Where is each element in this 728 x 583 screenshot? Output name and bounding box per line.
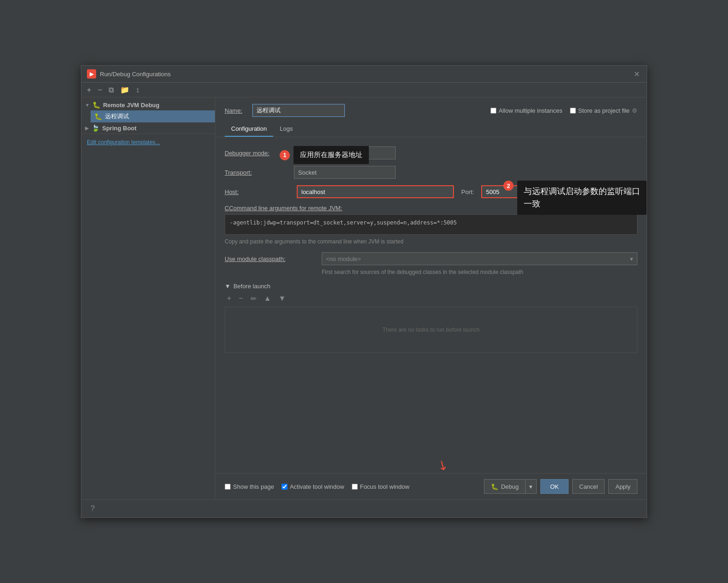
sidebar-item-remote-jvm-debug[interactable]: ▼ 🐛 Remote JVM Debug xyxy=(81,99,215,110)
chevron-down-icon: ▼ xyxy=(85,103,90,108)
transport-dropdown[interactable]: Socket xyxy=(298,169,392,176)
folder-config-button[interactable]: 📁 xyxy=(118,85,131,95)
allow-multiple-checkbox[interactable] xyxy=(490,108,496,114)
bottom-buttons: ↘ 🐛 Debug ▾ OK Cancel Apply xyxy=(480,479,637,494)
allow-multiple-label: Allow multiple instances xyxy=(499,107,563,114)
sidebar-label-spring-boot: Spring Boot xyxy=(102,125,136,132)
sidebar-label-remote-jvm: Remote JVM Debug xyxy=(103,102,159,109)
before-launch-up-btn[interactable]: ▲ xyxy=(262,293,274,304)
debug-button[interactable]: 🐛 Debug xyxy=(484,479,526,494)
app-icon: ▶ xyxy=(87,69,96,79)
add-config-button[interactable]: + xyxy=(85,85,93,95)
edit-templates-link[interactable]: Edit configuration templates... xyxy=(81,134,215,150)
tab-configuration[interactable]: Configuration xyxy=(225,121,273,137)
transport-row: Transport: Socket xyxy=(225,166,637,179)
transport-label: Transport: xyxy=(225,169,289,176)
tab-logs[interactable]: Logs xyxy=(273,121,299,137)
title-bar: ▶ Run/Debug Configurations ✕ xyxy=(81,66,647,83)
copy-hint: Copy and paste the arguments to the comm… xyxy=(225,238,637,245)
before-launch-tools: + − ✏ ▲ ▼ xyxy=(225,293,637,304)
sidebar-sub-remote: 🐛 远程调试 xyxy=(81,110,215,122)
cmd-label: CCommand line arguments for remote JVM: xyxy=(225,205,342,212)
module-value: <no module> xyxy=(326,255,361,262)
sidebar-item-spring-boot[interactable]: ▶ 🍃 Spring Boot xyxy=(81,122,215,134)
debugger-mode-row: Debugger mode: Attach to remote JVM 1 应用… xyxy=(225,146,637,159)
debugger-mode-label: Debugger mode: xyxy=(225,150,289,157)
ok-button[interactable]: OK xyxy=(540,479,569,494)
debug-icon: 🐛 xyxy=(491,483,498,490)
before-launch-remove-btn[interactable]: − xyxy=(236,293,245,304)
host-input[interactable] xyxy=(297,185,454,198)
debug-dropdown-button[interactable]: ▾ xyxy=(526,479,537,494)
store-project-group: Store as project file ⚙ xyxy=(570,107,637,114)
debug-button-group: 🐛 Debug ▾ xyxy=(484,479,537,494)
tasks-area: There are no tasks to run before launch xyxy=(225,307,637,353)
show-page-checkbox[interactable] xyxy=(225,484,231,490)
sidebar-label-remote-debug: 远程调试 xyxy=(105,112,129,121)
tabs: Configuration Logs xyxy=(215,121,647,137)
before-launch-label: Before launch xyxy=(233,283,270,290)
debugger-mode-dropdown[interactable]: Attach to remote JVM xyxy=(298,150,392,157)
cmd-args-box: -agentlib:jdwp=transport=dt_socket,serve… xyxy=(225,214,637,235)
allow-multiple-group: Allow multiple instances xyxy=(490,107,563,114)
module-chevron-icon: ▾ xyxy=(630,255,633,262)
remote-jvm-icon: 🐛 xyxy=(92,101,100,109)
chevron-right-icon: ▶ xyxy=(85,126,89,131)
dialog-title: Run/Debug Configurations xyxy=(100,71,171,78)
edit-templates-text: Edit configuration templates... xyxy=(87,139,160,146)
focus-window-checkbox[interactable] xyxy=(352,484,358,490)
sort-config-button[interactable]: ↕ xyxy=(134,85,141,95)
header-right: Allow multiple instances Store as projec… xyxy=(490,107,637,114)
title-bar-left: ▶ Run/Debug Configurations xyxy=(87,69,171,79)
module-hint: First search for sources of the debugged… xyxy=(322,269,637,275)
close-button[interactable]: ✕ xyxy=(632,69,641,79)
remove-config-button[interactable]: − xyxy=(96,85,104,95)
focus-window-label: Focus tool window xyxy=(360,483,410,490)
module-label: Use module classpath: xyxy=(225,255,317,262)
focus-window-item: Focus tool window xyxy=(352,483,410,490)
dialog-footer: ? xyxy=(81,499,647,517)
name-row: Name: Allow multiple instances Store as … xyxy=(215,97,647,121)
main-content: ▼ 🐛 Remote JVM Debug 🐛 远程调试 ▶ 🍃 Spring B… xyxy=(81,97,647,499)
copy-config-button[interactable]: ⧉ xyxy=(107,85,116,95)
host-port-row: Host: Port: xyxy=(225,185,637,198)
collapse-icon: ▼ xyxy=(225,283,231,290)
jdk-link[interactable]: JDK 9 or later ▾ xyxy=(596,205,637,212)
apply-button[interactable]: Apply xyxy=(608,479,637,494)
module-select[interactable]: <no module> ▾ xyxy=(322,252,637,265)
port-input[interactable] xyxy=(481,185,518,198)
debugger-mode-label-text: ebugger mode: xyxy=(229,150,269,157)
port-label: Port: xyxy=(461,188,474,195)
show-page-item: Show this page xyxy=(225,483,274,490)
no-tasks-text: There are no tasks to run before launch xyxy=(382,327,479,333)
sidebar-item-remote-debug[interactable]: 🐛 远程调试 xyxy=(91,110,215,122)
help-icon[interactable]: ? xyxy=(91,504,95,513)
before-launch-down-btn[interactable]: ▼ xyxy=(276,293,288,304)
store-project-checkbox[interactable] xyxy=(570,108,576,114)
activate-window-checkbox[interactable] xyxy=(281,484,288,490)
before-launch-add-btn[interactable]: + xyxy=(225,293,233,304)
module-row: Use module classpath: <no module> ▾ xyxy=(225,252,637,265)
debugger-mode-select[interactable]: Attach to remote JVM 1 应用所在服务器地址 xyxy=(294,146,396,159)
name-label: Name: xyxy=(225,107,248,114)
before-launch-header[interactable]: ▼ Before launch xyxy=(225,283,637,290)
bottom-section: Show this page Activate tool window Focu… xyxy=(215,473,647,499)
spring-boot-icon: 🍃 xyxy=(92,124,99,132)
store-gear-icon[interactable]: ⚙ xyxy=(632,107,637,114)
cmd-label-row: CCommand line arguments for remote JVM: … xyxy=(225,205,637,212)
toolbar: + − ⧉ 📁 ↕ xyxy=(81,83,647,97)
cancel-button[interactable]: Cancel xyxy=(572,479,605,494)
activate-window-label: Activate tool window xyxy=(290,483,344,490)
transport-select[interactable]: Socket xyxy=(294,166,396,179)
before-launch-edit-btn[interactable]: ✏ xyxy=(248,293,259,304)
host-label: Host: xyxy=(225,188,289,195)
config-panel: Debugger mode: Attach to remote JVM 1 应用… xyxy=(215,137,647,473)
before-launch-section: ▼ Before launch + − ✏ ▲ ▼ There are no t… xyxy=(225,283,637,353)
chevron-down-icon: ▾ xyxy=(634,205,637,212)
remote-debug-icon: 🐛 xyxy=(94,113,102,120)
sidebar: ▼ 🐛 Remote JVM Debug 🐛 远程调试 ▶ 🍃 Spring B… xyxy=(81,97,215,499)
run-debug-dialog: ▶ Run/Debug Configurations ✕ + − ⧉ 📁 ↕ ▼… xyxy=(81,65,647,518)
activate-window-item: Activate tool window xyxy=(281,483,344,490)
store-project-label: Store as project file xyxy=(578,107,630,114)
name-input[interactable] xyxy=(252,104,345,117)
